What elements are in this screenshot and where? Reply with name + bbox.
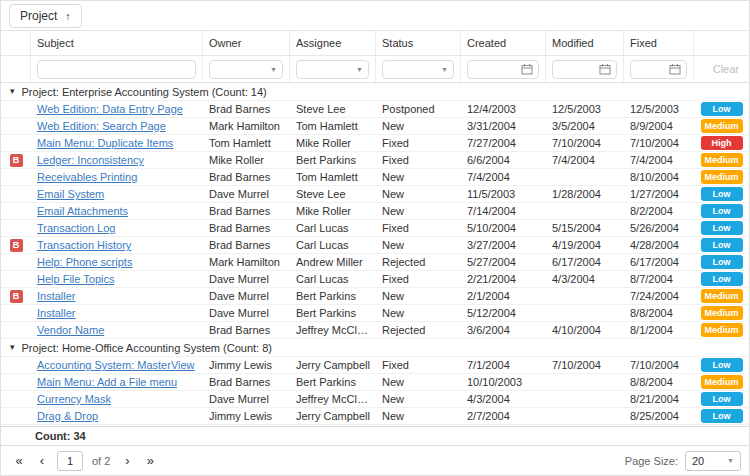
prev-page-button[interactable]: ‹ xyxy=(32,451,52,471)
column-header-status[interactable]: Status xyxy=(376,31,461,55)
table-row[interactable]: Help File TopicsDave MurrelCarl LucasFix… xyxy=(1,271,749,288)
priority-cell: Medium xyxy=(694,119,749,133)
column-header-fixed[interactable]: Fixed xyxy=(624,31,694,55)
subject-link[interactable]: Transaction Log xyxy=(37,222,115,234)
table-row[interactable]: BLedger: InconsistencyMike RollerBert Pa… xyxy=(1,152,749,169)
owner-filter-input[interactable] xyxy=(210,61,265,78)
fixed-cell: 7/24/2004 xyxy=(624,288,694,304)
assignee-cell: Bert Parkins xyxy=(290,374,376,390)
filter-cell-fixed xyxy=(624,56,694,82)
subject-cell: Transaction History xyxy=(31,237,203,253)
assignee-cell: Carl Lucas xyxy=(290,237,376,253)
clear-filter-button[interactable]: Clear xyxy=(709,63,743,75)
last-page-button[interactable]: » xyxy=(140,451,160,471)
subject-link[interactable]: Main Menu: Add a File menu xyxy=(37,376,177,388)
subject-link[interactable]: Accounting System: MasterView xyxy=(37,359,195,371)
subject-link[interactable]: Installer xyxy=(37,307,76,319)
created-cell: 7/27/2004 xyxy=(461,135,546,151)
created-cell: 7/14/2004 xyxy=(461,203,546,219)
assignee-filter-input[interactable] xyxy=(297,61,351,78)
table-row[interactable]: Web Edition: Search PageMark HamiltonTom… xyxy=(1,118,749,135)
chevron-down-icon[interactable]: ▼ xyxy=(436,66,453,73)
priority-badge: Medium xyxy=(701,119,743,133)
column-header-assignee[interactable]: Assignee xyxy=(290,31,376,55)
column-header-row: Subject Owner Assignee Status Created Mo… xyxy=(1,31,749,56)
column-header-modified[interactable]: Modified xyxy=(546,31,624,55)
subject-link[interactable]: Help: Phone scripts xyxy=(37,256,132,268)
group-row[interactable]: ▾Project: Enterprise Accounting System (… xyxy=(1,83,749,101)
subject-link[interactable]: Web Edition: Data Entry Page xyxy=(37,103,183,115)
subject-link[interactable]: Ledger: Inconsistency xyxy=(37,154,144,166)
next-page-button[interactable]: › xyxy=(117,451,137,471)
table-row[interactable]: BTransaction HistoryBrad BarnesCarl Luca… xyxy=(1,237,749,254)
subject-filter-input[interactable] xyxy=(38,61,195,78)
status-cell: New xyxy=(376,169,461,185)
table-row[interactable]: Transaction LogBrad BarnesCarl LucasFixe… xyxy=(1,220,749,237)
collapse-icon[interactable]: ▾ xyxy=(10,343,15,352)
subject-cell: Main Menu: Duplicate Items xyxy=(31,135,203,151)
subject-link[interactable]: Email System xyxy=(37,188,104,200)
column-header-created[interactable]: Created xyxy=(461,31,546,55)
subject-link[interactable]: Drag & Drop xyxy=(37,410,98,422)
table-row[interactable]: Receivables PrintingBrad BarnesTom Hamle… xyxy=(1,169,749,186)
subject-link[interactable]: Vendor Name xyxy=(37,324,104,336)
subject-link[interactable]: Installer xyxy=(37,290,76,302)
table-row[interactable]: BInstallerDave MurrelBert ParkinsNew2/1/… xyxy=(1,288,749,305)
priority-cell: Low xyxy=(694,187,749,201)
column-header-owner[interactable]: Owner xyxy=(203,31,290,55)
calendar-icon[interactable] xyxy=(516,63,538,75)
created-filter-input[interactable] xyxy=(468,61,516,78)
group-row[interactable]: ▾Project: Home-Office Accounting System … xyxy=(1,339,749,357)
table-row[interactable]: Vendor NameBrad BarnesJeffrey McClainRej… xyxy=(1,322,749,339)
priority-cell: Low xyxy=(694,221,749,235)
priority-cell: Medium xyxy=(694,153,749,167)
page-number-input[interactable]: 1 xyxy=(57,451,83,471)
group-chip-project[interactable]: Project ↑ xyxy=(9,4,82,28)
filter-row: ▼ ▼ ▼ xyxy=(1,56,749,83)
owner-filter-box: ▼ xyxy=(209,60,283,79)
subject-link[interactable]: Main Menu: Duplicate Items xyxy=(37,137,173,149)
page-size-label: Page Size: xyxy=(625,455,678,467)
priority-cell: High xyxy=(694,136,749,150)
assignee-cell: Mike Roller xyxy=(290,135,376,151)
table-row[interactable]: Email AttachmentsBrad BarnesMike RollerN… xyxy=(1,203,749,220)
modified-cell: 4/3/2004 xyxy=(546,271,624,287)
table-row[interactable]: Main Menu: Duplicate ItemsTom HamlettMik… xyxy=(1,135,749,152)
subject-link[interactable]: Receivables Printing xyxy=(37,171,137,183)
modified-cell: 3/5/2004 xyxy=(546,118,624,134)
owner-cell: Brad Barnes xyxy=(203,374,290,390)
column-header-subject[interactable]: Subject xyxy=(31,31,203,55)
chevron-down-icon[interactable]: ▼ xyxy=(265,66,282,73)
status-filter-input[interactable] xyxy=(383,61,436,78)
table-row[interactable]: Help: Phone scriptsMark HamiltonAndrew M… xyxy=(1,254,749,271)
subject-link[interactable]: Web Edition: Search Page xyxy=(37,120,166,132)
calendar-icon[interactable] xyxy=(594,63,616,75)
table-row[interactable]: Main Menu: Add a File menuBrad BarnesBer… xyxy=(1,374,749,391)
owner-cell: Brad Barnes xyxy=(203,220,290,236)
table-row[interactable]: Drag & DropJimmy LewisJerry CampbellNew2… xyxy=(1,408,749,425)
filter-cell-created xyxy=(461,56,546,82)
first-page-button[interactable]: « xyxy=(9,451,29,471)
priority-cell: Low xyxy=(694,238,749,252)
page-size-select[interactable]: 20 ▼ xyxy=(685,451,741,471)
subject-link[interactable]: Currency Mask xyxy=(37,393,111,405)
collapse-icon[interactable]: ▾ xyxy=(10,87,15,96)
table-row[interactable]: Email SystemDave MurrelSteve LeeNew11/5/… xyxy=(1,186,749,203)
priority-badge: Low xyxy=(701,255,743,269)
modified-filter-input[interactable] xyxy=(553,61,594,78)
priority-badge: Medium xyxy=(701,170,743,184)
row-indicator-cell: B xyxy=(1,154,31,167)
chevron-down-icon[interactable]: ▼ xyxy=(351,66,368,73)
subject-link[interactable]: Help File Topics xyxy=(37,273,114,285)
calendar-icon[interactable] xyxy=(664,63,686,75)
assignee-cell: Mike Roller xyxy=(290,203,376,219)
table-row[interactable]: Web Edition: Data Entry PageBrad BarnesS… xyxy=(1,101,749,118)
subject-link[interactable]: Email Attachments xyxy=(37,205,128,217)
table-row[interactable]: Currency MaskDave MurrelJeffrey McClainN… xyxy=(1,391,749,408)
table-row[interactable]: Accounting System: MasterViewJimmy Lewis… xyxy=(1,357,749,374)
fixed-filter-input[interactable] xyxy=(631,61,664,78)
table-row[interactable]: InstallerDave MurrelBert ParkinsNew5/12/… xyxy=(1,305,749,322)
modified-cell: 4/19/2004 xyxy=(546,237,624,253)
subject-link[interactable]: Transaction History xyxy=(37,239,131,251)
owner-cell: Mark Hamilton xyxy=(203,118,290,134)
